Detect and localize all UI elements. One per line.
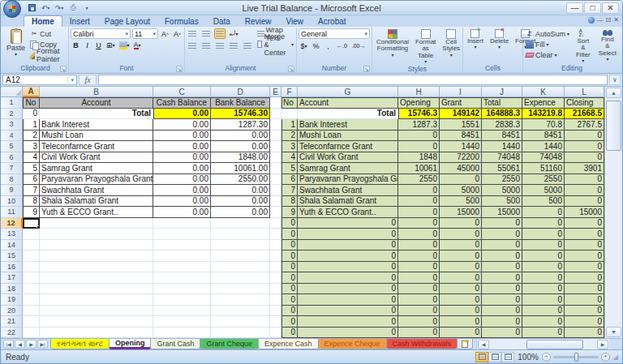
cell-K20[interactable]: 0 (522, 306, 565, 317)
cell-E8[interactable] (270, 174, 281, 186)
cell-C12[interactable] (153, 218, 211, 229)
cell-F5[interactable]: 3 (281, 141, 298, 152)
vertical-scroll-thumb[interactable] (606, 101, 621, 151)
cell-F22[interactable]: 0 (281, 328, 298, 339)
cell-I1[interactable]: Grant (440, 97, 482, 109)
cell-J18[interactable]: 0 (482, 284, 522, 295)
row-header-5[interactable]: 5 (1, 141, 23, 152)
cell-J14[interactable]: 0 (482, 240, 522, 251)
cell-C7[interactable]: 0.00 (153, 163, 211, 174)
cell-B7[interactable]: Samrag Grant (40, 163, 153, 174)
cell-C15[interactable] (153, 251, 211, 262)
cell-H15[interactable]: 0 (398, 251, 440, 262)
row-header-16[interactable]: 16 (1, 262, 23, 273)
cell-I5[interactable]: 1440 (440, 141, 482, 152)
cell-A21[interactable] (23, 316, 40, 328)
row-header-9[interactable]: 9 (1, 185, 23, 196)
cell-L20[interactable]: 0 (565, 306, 604, 317)
sheet-tab-6[interactable]: Cash Withdrawals (386, 339, 458, 349)
cell-L17[interactable]: 0 (565, 272, 604, 284)
cell-E1[interactable] (270, 97, 281, 109)
cell-L1[interactable]: Closing (565, 97, 604, 109)
cell-J12[interactable]: 0 (482, 218, 522, 229)
cell-E7[interactable] (270, 163, 281, 174)
conditional-formatting-button[interactable]: Conditional Formatting▾ (374, 28, 411, 58)
cell-C22[interactable] (153, 328, 211, 339)
help-icon[interactable] (588, 17, 595, 24)
cell-I2[interactable]: 149142 (440, 109, 482, 120)
cell-F7[interactable]: 5 (281, 163, 298, 174)
row-header-20[interactable]: 20 (1, 306, 23, 317)
cell-H7[interactable]: 10061 (398, 163, 440, 174)
cell-E13[interactable] (270, 229, 281, 240)
insert-function-button[interactable]: fx (79, 75, 97, 85)
cell-F10[interactable]: 8 (281, 196, 298, 208)
row-header-19[interactable]: 19 (1, 294, 23, 306)
cell-D4[interactable]: 0.00 (211, 131, 270, 142)
cell-K12[interactable]: 0 (522, 218, 565, 229)
cell-J9[interactable]: 5000 (482, 185, 522, 196)
cell-L5[interactable]: 0 (565, 141, 604, 152)
cell-J15[interactable]: 0 (482, 251, 522, 262)
cell-F8[interactable]: 6 (281, 174, 298, 186)
cell-G18[interactable]: 0 (298, 284, 398, 295)
scroll-left-icon[interactable]: ◀ (478, 340, 489, 349)
autosum-button[interactable]: ΣAutoSum▾ (525, 28, 570, 39)
cell-I7[interactable]: 45000 (440, 163, 482, 174)
format-as-table-button[interactable]: Format as Table▾ (413, 28, 438, 65)
page-break-view-button[interactable] (501, 352, 514, 362)
cell-K21[interactable]: 0 (522, 316, 565, 328)
cell-J5[interactable]: 1440 (482, 141, 522, 152)
percent-style-button[interactable]: % (311, 41, 321, 51)
cell-G1[interactable]: Account (298, 97, 398, 109)
cell-H1[interactable]: Opening (398, 97, 440, 109)
cell-B5[interactable]: Teleconfarnce Grant (40, 141, 153, 152)
cell-L8[interactable]: 0 (565, 174, 604, 186)
cell-I20[interactable]: 0 (440, 306, 482, 317)
cell-G13[interactable]: 0 (298, 229, 398, 240)
maximize-button[interactable]: □ (584, 2, 601, 14)
cell-G4[interactable]: Mushi Loan (298, 131, 398, 142)
cell-F15[interactable]: 0 (281, 251, 298, 262)
cell-A7[interactable]: 5 (23, 163, 40, 174)
zoom-slider[interactable] (553, 356, 599, 358)
cell-A20[interactable] (23, 306, 40, 317)
cell-H8[interactable]: 2550 (398, 174, 440, 186)
cell-F1[interactable]: No (281, 97, 298, 109)
column-header-D[interactable]: D (211, 87, 270, 97)
cell-D1[interactable]: Bank Balance (211, 97, 270, 109)
cell-C3[interactable]: 0.00 (153, 119, 211, 131)
comma-style-button[interactable]: , (323, 41, 333, 51)
cell-J22[interactable]: 0 (482, 328, 522, 339)
cell-E11[interactable] (270, 207, 281, 218)
underline-button[interactable]: U (93, 40, 104, 50)
cell-G9[interactable]: Swachhata Grant (298, 185, 398, 196)
undo-button[interactable]: ↶▾ (40, 2, 51, 13)
cell-J10[interactable]: 500 (482, 196, 522, 208)
fill-button[interactable]: Fill▾ (525, 39, 570, 49)
cell-J2[interactable]: 164888.3 (482, 109, 522, 120)
cell-D19[interactable] (211, 294, 270, 306)
cell-F17[interactable]: 0 (281, 272, 298, 284)
column-header-J[interactable]: J (482, 87, 522, 97)
cell-K4[interactable]: 8451 (522, 131, 565, 142)
row-header-11[interactable]: 11 (1, 207, 23, 218)
cell-C14[interactable] (153, 240, 211, 251)
cell-L2[interactable]: 21668.5 (565, 109, 604, 120)
cell-G12[interactable]: 0 (298, 218, 398, 229)
cell-K5[interactable]: 1440 (522, 141, 565, 152)
tab-home[interactable]: Home (24, 15, 62, 27)
workbook-close-button[interactable]: ✕ (613, 16, 619, 24)
cell-F20[interactable]: 0 (281, 306, 298, 317)
cell-B12[interactable] (40, 218, 153, 229)
cell-I15[interactable]: 0 (440, 251, 482, 262)
cell-J19[interactable]: 0 (482, 294, 522, 306)
cell-A3[interactable]: 1 (23, 119, 40, 131)
cell-I22[interactable]: 0 (440, 328, 482, 339)
cell-I10[interactable]: 500 (440, 196, 482, 208)
font-dialog-launcher[interactable]: ↘ (176, 66, 183, 72)
column-header-C[interactable]: C (153, 87, 211, 97)
cell-B10[interactable]: Shala Salamati Grant (40, 196, 153, 208)
cell-K19[interactable]: 0 (522, 294, 565, 306)
cell-G16[interactable]: 0 (298, 262, 398, 273)
